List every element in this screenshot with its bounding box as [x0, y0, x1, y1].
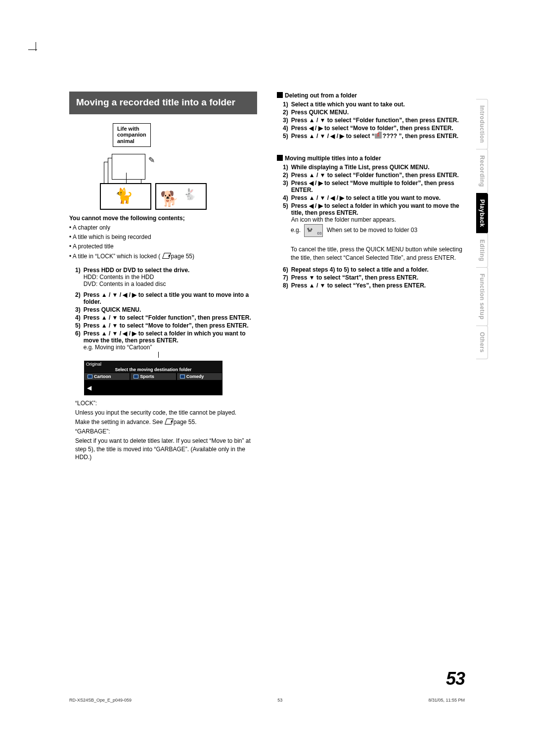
mini-cell: Comedy [177, 373, 222, 380]
folder-icon [180, 375, 185, 378]
cannot-item: • A protected title [69, 242, 257, 250]
step-text: Press QUICK MENU. [84, 306, 257, 313]
garbage-head: “GARBAGE”: [75, 427, 257, 435]
square-bullet-icon [277, 92, 283, 98]
page-number: 53 [446, 668, 465, 689]
subsection-title: Deleting out from a folder [285, 92, 357, 99]
folder-up-icon: ↥ [375, 134, 382, 139]
step-num: 2) [283, 109, 288, 116]
step-sub: e.g. Moving into “Cartoon” [84, 344, 257, 351]
left-column: Moving a recorded title into a folder Li… [69, 92, 257, 463]
mini-corner: Original [84, 361, 222, 367]
step-num: 1) [283, 164, 288, 171]
destination-folder-ui: Original Select the moving destination f… [84, 361, 222, 395]
step-num: 3) [283, 117, 288, 124]
step-num: 5) [283, 202, 288, 223]
mini-cell-label: Comedy [186, 374, 204, 379]
step-num: 3) [283, 180, 288, 193]
page-ref-icon [162, 253, 171, 259]
step-text: Press ◀ / ▶ to select “Move multiple to … [291, 180, 465, 193]
step-text: Press ▲ / ▼ to select “Folder function”,… [291, 117, 465, 124]
step-text: Press ▲ / ▼ to select “Yes”, then press … [291, 282, 465, 289]
step-num: 5) [283, 133, 288, 140]
page-ref: page 55 [174, 419, 195, 425]
step-num: 6) [283, 266, 288, 273]
page-ref-icon [165, 419, 174, 425]
cannot-heading: You cannot move the following contents; [69, 214, 257, 222]
cannot-item: • A title in “LOCK” which is locked ( pa… [69, 252, 257, 260]
step-num: 1) [283, 101, 288, 108]
steps: 1) Press HDD or DVD to select the drive.… [69, 267, 257, 351]
eg-suffix: When set to be moved to folder 03 [327, 227, 417, 234]
left-arrow-icon: ◀ [84, 384, 91, 391]
step-text: Repeat steps 4) to 5) to select a title … [291, 266, 465, 273]
thumbnail-icon: 🐿 [304, 224, 323, 237]
illustration: Life with companion animal ✎ 🐈 🐕🐇 [69, 123, 257, 207]
step-text: Press ▲ / ▼ to select “Folder function”,… [84, 314, 257, 321]
garbage-body: Select if you want to delete titles late… [75, 437, 257, 461]
cannot-item: • A title which is being recorded [69, 233, 257, 241]
step-sub: HDD: Contents in the HDD [84, 274, 257, 281]
step-text: Press ▲ / ▼ to select “Folder function”,… [291, 172, 465, 179]
folder-label: Life with companion animal [113, 123, 151, 147]
tab-playback: Playback [476, 193, 488, 234]
cannot-item-text: A protected title [73, 243, 114, 250]
step-text: Press ▲ / ▼ / ◀ / ▶ to select a title yo… [84, 291, 257, 305]
step-num: 5) [75, 322, 81, 329]
folder-icon [88, 375, 92, 378]
step-text: Press ▼ to select “Start”, then press EN… [291, 274, 465, 281]
mini-cell-label: Sports [140, 374, 154, 379]
step-num: 6) [75, 330, 81, 351]
cannot-item-text: A title which is being recorded [73, 234, 151, 240]
subsection-title: Moving multiple titles into a folder [285, 155, 381, 162]
tab-others: Others [476, 326, 488, 359]
step-text: Press QUICK MENU. [291, 109, 465, 116]
mini-header: Select the moving destination folder [84, 367, 222, 373]
example-line: e.g. 🐿 When set to be moved to folder 03 [277, 224, 465, 237]
step-text: Press ▲ / ▼ to select “Move to folder”, … [84, 322, 257, 329]
lock-see: Make the setting in advance. See page 55… [75, 418, 257, 426]
pencil-icon: ✎ [148, 155, 155, 165]
step-num: 7) [283, 274, 288, 281]
footer: RD-XS24SB_Ope_E_p049-059 53 8/31/05, 11:… [69, 698, 465, 703]
step-num: 4) [283, 125, 288, 132]
tab-recording: Recording [476, 149, 488, 193]
right-column: Deleting out from a folder 1)Select a ti… [277, 92, 465, 463]
mini-cell: Sports [130, 373, 176, 380]
step-text: Press ▲ / ▼ / ◀ / ▶ to select “↥???? ”, … [291, 133, 465, 140]
tab-introduction: Introduction [476, 99, 488, 149]
step-num: 1) [75, 267, 81, 287]
animal-cards: 🐈 🐕🐇 [100, 182, 209, 209]
side-tabs: Introduction Recording Playback Editing … [476, 99, 488, 359]
subsection-heading: Moving multiple titles into a folder [277, 154, 465, 162]
step-num: 2) [75, 291, 81, 305]
cancel-paragraph: To cancel the title, press the QUICK MEN… [277, 245, 465, 261]
crop-mark [36, 42, 36, 51]
tab-editing: Editing [476, 233, 488, 268]
footer-left: RD-XS24SB_Ope_E_p049-059 [69, 698, 132, 703]
lock-head: “LOCK”: [75, 399, 257, 407]
mini-cell: Cartoon [84, 373, 130, 380]
callout-line [158, 352, 159, 358]
step-text: While displaying a Title List, press QUI… [291, 164, 465, 171]
step-sub: DVD: Contents in a loaded disc [84, 281, 257, 287]
page-ref: page 55 [171, 253, 192, 260]
section-heading: Moving a recorded title into a folder [69, 92, 257, 114]
step-text: Press ▲ / ▼ / ◀ / ▶ to select a folder i… [84, 330, 246, 344]
step-num: 8) [283, 282, 288, 289]
lock-body: Unless you input the security code, the … [75, 409, 257, 417]
step-num: 4) [75, 314, 81, 321]
subsection-heading: Deleting out from a folder [277, 92, 465, 99]
cannot-item: • A chapter only [69, 224, 257, 232]
step-num: 4) [283, 194, 288, 201]
step-text: Press ◀ / ▶ to select a folder in which … [291, 202, 459, 216]
tab-function-setup: Function setup [476, 267, 488, 326]
square-bullet-icon [277, 155, 283, 161]
step-text: Select a title which you want to take ou… [291, 101, 465, 108]
cannot-item-text: A chapter only [73, 224, 110, 231]
footer-right: 8/31/05, 11:55 PM [428, 698, 465, 703]
eg-prefix: e.g. [291, 227, 301, 234]
step-num: 2) [283, 172, 288, 179]
footer-center: 53 [277, 698, 282, 703]
step-text: Press ◀ / ▶ to select “Move to folder”, … [291, 125, 465, 132]
